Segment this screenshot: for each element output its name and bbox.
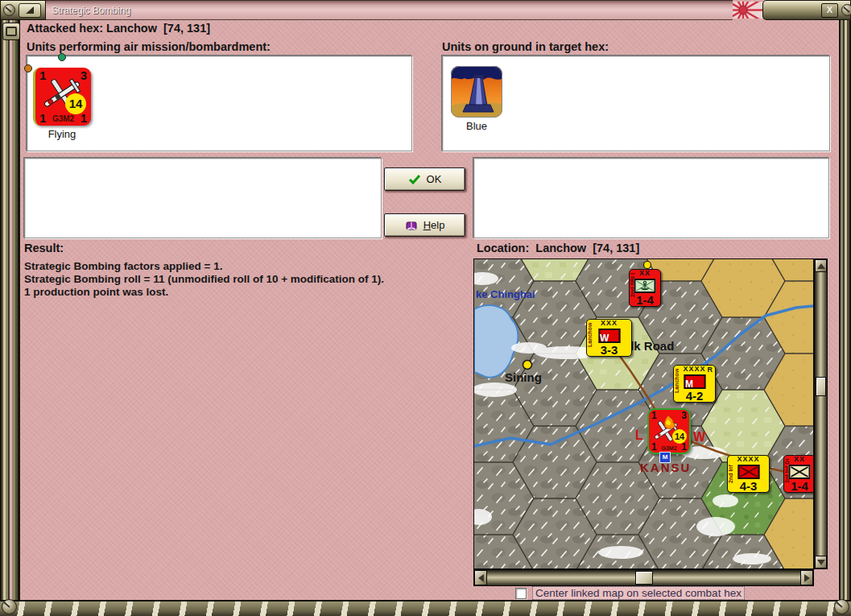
infantry-symbol: [789, 465, 811, 479]
map-counter-lanchow-wd[interactable]: XXX Lanchow Wd W 3-3: [586, 319, 632, 357]
center-map-checkbox-label[interactable]: Center linked map on selected combat hex: [532, 586, 745, 600]
hidden-label-right: W: [693, 430, 706, 444]
bottom-frame-border: [0, 600, 851, 616]
restore-button[interactable]: [2, 23, 20, 40]
horizontal-scroll-thumb[interactable]: [635, 571, 653, 585]
left-arrow-icon: [478, 574, 484, 582]
help-rest: elp: [431, 219, 444, 231]
map-counter-lanchow-m[interactable]: XXXX R Lanchow M 4-2: [673, 365, 716, 403]
ok-button[interactable]: OK: [384, 167, 465, 191]
air-units-label: Units performing air mission/bombardment…: [27, 40, 271, 53]
screw-icon: [841, 4, 851, 16]
help-button[interactable]: Help: [384, 213, 465, 237]
screw-icon: [3, 4, 15, 16]
screw-icon: [834, 599, 849, 614]
title-bar: Strategic Bombing X: [0, 0, 851, 20]
air-stat-right: 1: [81, 111, 87, 125]
titlebar-right-cap: X: [762, 0, 851, 20]
center-map-checkbox[interactable]: [515, 588, 527, 599]
ground-units-panel[interactable]: Blue: [442, 56, 830, 151]
right-message-panel[interactable]: [473, 158, 829, 238]
air-unit-caption: Flying: [33, 128, 91, 140]
mission-marker[interactable]: M: [659, 452, 671, 463]
titlebar-left-cap: [0, 0, 46, 20]
location-heading: Location: Lanchow [74, 131]: [477, 242, 639, 254]
vertical-scroll-thumb[interactable]: [816, 377, 826, 396]
ground-unit-caption: Blue: [451, 120, 502, 132]
attacked-hex-heading: Attacked hex: Lanchow [74, 131]: [27, 22, 210, 35]
center-map-option: Center linked map on selected combat hex: [515, 586, 745, 600]
strategic-bombing-window: Strategic Bombing X Attacked hex: Lancho…: [0, 0, 851, 616]
scroll-right-button[interactable]: [800, 570, 813, 585]
map-panel: ke Chinghai Sining Silk Road KANSU L W X…: [473, 258, 828, 586]
help-label: Help: [423, 219, 445, 231]
result-line: Strategic Bombing factors applied = 1.: [24, 260, 222, 272]
naval-symbol: [634, 279, 656, 293]
title-strip: Strategic Bombing: [46, 0, 733, 20]
scroll-left-button[interactable]: [474, 570, 487, 585]
triangle-icon: [25, 6, 35, 14]
unit-symbol-letter: W: [600, 333, 609, 344]
left-frame-border: [0, 20, 20, 600]
infantry-symbol: [737, 465, 759, 479]
unit-symbol-letter: M: [685, 378, 693, 390]
help-book-icon: [405, 220, 418, 231]
scroll-down-button[interactable]: [815, 556, 827, 568]
result-line: 1 production point was lost.: [24, 286, 168, 298]
lake-label: ke Chinghai: [476, 288, 535, 300]
hidden-label-left: L: [635, 428, 643, 442]
status-dot-orange: [24, 64, 32, 72]
collapse-button[interactable]: [19, 3, 41, 18]
air-units-panel[interactable]: 1 3 14 1 G3M2 1 Flying: [27, 56, 412, 151]
city-dot-sining: [523, 361, 532, 370]
map-air-counter-g3m2[interactable]: 1 3 14 1 G3M2 1: [647, 408, 691, 454]
scroll-up-button[interactable]: [815, 259, 827, 272]
city-label-sining: Sining: [505, 370, 542, 384]
left-message-panel[interactable]: [24, 158, 382, 238]
map-counter-naval-div[interactable]: XX 2nd SBI Div 1-4: [629, 269, 661, 307]
result-line: Strategic Bombing roll = 11 (unmodified …: [24, 273, 384, 285]
air-unit-counter[interactable]: 1 3 14 1 G3M2 1: [33, 68, 91, 126]
check-icon: [408, 174, 421, 184]
down-arrow-icon: [817, 560, 825, 565]
restore-icon: [6, 27, 17, 36]
help-accelerator: H: [423, 219, 431, 231]
window-title: Strategic Bombing: [52, 5, 130, 16]
city-dot-lanchow: [644, 262, 651, 269]
map-view[interactable]: ke Chinghai Sining Silk Road KANSU L W X…: [473, 258, 814, 569]
ground-units-label: Units on ground in target hex:: [442, 40, 609, 53]
factory-icon[interactable]: [451, 66, 502, 118]
right-arrow-icon: [804, 574, 810, 582]
map-counter-3rd-inf-div[interactable]: XX 3rd Inf Div 1-4: [783, 455, 814, 493]
rising-sun-flag-icon: [733, 2, 762, 19]
status-dot-green: [58, 53, 66, 61]
map-vertical-scrollbar[interactable]: [814, 258, 828, 569]
map-counter-2nd-inf[interactable]: XXXX 2nd Inf 4-3: [727, 455, 770, 493]
map-horizontal-scrollbar[interactable]: [473, 569, 814, 586]
right-frame-border: [837, 20, 851, 600]
up-arrow-icon: [817, 263, 825, 269]
screw-icon: [2, 599, 17, 614]
close-button[interactable]: X: [821, 3, 838, 18]
result-heading: Result:: [24, 242, 64, 254]
ok-label: OK: [427, 173, 442, 185]
